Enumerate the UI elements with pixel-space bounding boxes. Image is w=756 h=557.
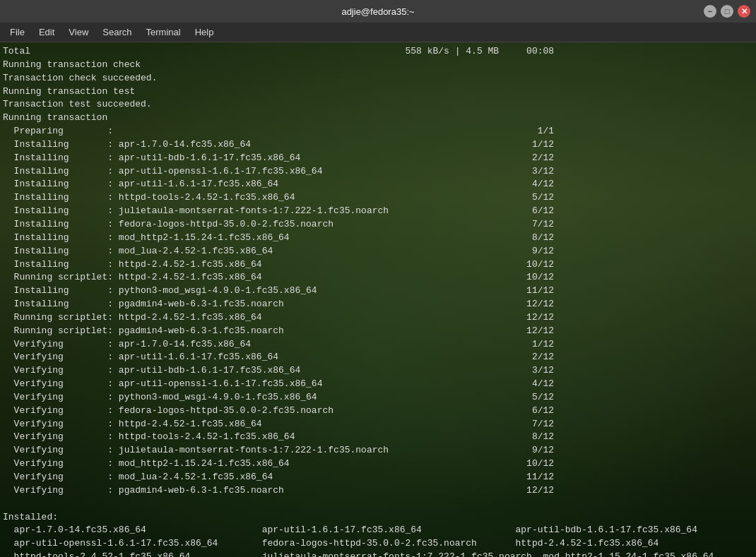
terminal-window[interactable]: Total 558 kB/s | 4.5 MB 00:08 Running tr…	[0, 42, 756, 557]
menu-help[interactable]: Help	[188, 24, 221, 40]
terminal-output: Total 558 kB/s | 4.5 MB 00:08 Running tr…	[0, 42, 756, 557]
menubar: File Edit View Search Terminal Help	[0, 23, 756, 42]
window-controls: − □ ✕	[704, 5, 750, 18]
menu-search[interactable]: Search	[95, 24, 138, 40]
menu-file[interactable]: File	[3, 24, 32, 40]
window-title: adjie@fedora35:~	[341, 6, 414, 17]
minimize-button[interactable]: −	[704, 5, 716, 18]
menu-terminal[interactable]: Terminal	[139, 24, 188, 40]
close-button[interactable]: ✕	[738, 5, 750, 18]
menu-view[interactable]: View	[61, 24, 95, 40]
menu-edit[interactable]: Edit	[32, 24, 61, 40]
maximize-button[interactable]: □	[721, 5, 733, 18]
titlebar: adjie@fedora35:~ − □ ✕	[0, 0, 756, 23]
